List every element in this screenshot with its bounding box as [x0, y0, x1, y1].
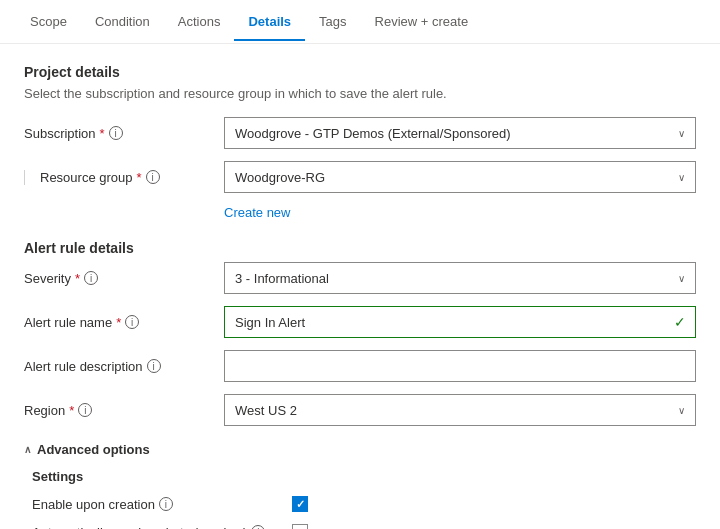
auto-resolve-info-icon[interactable]: i	[251, 525, 265, 529]
severity-chevron-icon: ∨	[678, 273, 685, 284]
create-new-link[interactable]: Create new	[224, 205, 696, 220]
alert-desc-input[interactable]	[224, 350, 696, 382]
settings-subsection: Settings Enable upon creation i Automati…	[24, 469, 696, 529]
alert-name-input[interactable]	[224, 306, 696, 338]
enable-creation-row: Enable upon creation i	[24, 496, 696, 512]
tab-tags[interactable]: Tags	[305, 2, 360, 41]
project-details-title: Project details	[24, 64, 696, 80]
severity-field: 3 - Informational ∨	[224, 262, 696, 294]
tab-review-create[interactable]: Review + create	[361, 2, 483, 41]
enable-creation-checkbox[interactable]	[292, 496, 308, 512]
advanced-toggle-chevron-icon: ∧	[24, 444, 31, 455]
region-chevron-icon: ∨	[678, 405, 685, 416]
auto-resolve-checkbox[interactable]	[292, 524, 308, 529]
tab-condition[interactable]: Condition	[81, 2, 164, 41]
severity-label: Severity * i	[24, 271, 224, 286]
resource-group-chevron-icon: ∨	[678, 172, 685, 183]
project-details-section: Project details Select the subscription …	[24, 64, 696, 220]
alert-desc-label: Alert rule description i	[24, 359, 224, 374]
resource-group-info-icon[interactable]: i	[146, 170, 160, 184]
alert-name-label: Alert rule name * i	[24, 315, 224, 330]
alert-name-required: *	[116, 315, 121, 330]
resource-group-required: *	[137, 170, 142, 185]
settings-title: Settings	[24, 469, 696, 484]
severity-row: Severity * i 3 - Informational ∨	[24, 262, 696, 294]
severity-value: 3 - Informational	[235, 271, 329, 286]
resource-group-field: Woodgrove-RG ∨	[224, 161, 696, 193]
region-row: Region * i West US 2 ∨	[24, 394, 696, 426]
tab-details[interactable]: Details	[234, 2, 305, 41]
alert-name-input-wrapper: ✓	[224, 306, 696, 338]
project-details-desc: Select the subscription and resource gro…	[24, 86, 696, 101]
resource-group-row: Resource group * i Woodgrove-RG ∨	[24, 161, 696, 193]
subscription-chevron-icon: ∨	[678, 128, 685, 139]
enable-creation-label: Enable upon creation i	[32, 497, 292, 512]
region-info-icon[interactable]: i	[78, 403, 92, 417]
severity-dropdown[interactable]: 3 - Informational ∨	[224, 262, 696, 294]
alert-name-row: Alert rule name * i ✓	[24, 306, 696, 338]
subscription-info-icon[interactable]: i	[109, 126, 123, 140]
alert-rule-details-section: Alert rule details Severity * i 3 - Info…	[24, 240, 696, 426]
tab-scope[interactable]: Scope	[16, 2, 81, 41]
navigation-tabs: Scope Condition Actions Details Tags Rev…	[0, 0, 720, 44]
alert-name-info-icon[interactable]: i	[125, 315, 139, 329]
subscription-field: Woodgrove - GTP Demos (External/Sponsore…	[224, 117, 696, 149]
auto-resolve-label: Automatically resolve alerts (preview) i	[32, 525, 292, 530]
alert-desc-row: Alert rule description i	[24, 350, 696, 382]
auto-resolve-row: Automatically resolve alerts (preview) i	[24, 524, 696, 529]
tab-actions[interactable]: Actions	[164, 2, 235, 41]
advanced-options-section: ∧ Advanced options Settings Enable upon …	[24, 442, 696, 529]
region-required: *	[69, 403, 74, 418]
alert-rule-details-title: Alert rule details	[24, 240, 696, 256]
subscription-required: *	[100, 126, 105, 141]
alert-desc-field	[224, 350, 696, 382]
subscription-dropdown[interactable]: Woodgrove - GTP Demos (External/Sponsore…	[224, 117, 696, 149]
subscription-row: Subscription * i Woodgrove - GTP Demos (…	[24, 117, 696, 149]
severity-info-icon[interactable]: i	[84, 271, 98, 285]
region-value: West US 2	[235, 403, 297, 418]
region-label: Region * i	[24, 403, 224, 418]
alert-name-field: ✓	[224, 306, 696, 338]
resource-group-label: Resource group * i	[24, 170, 224, 185]
subscription-label: Subscription * i	[24, 126, 224, 141]
subscription-value: Woodgrove - GTP Demos (External/Sponsore…	[235, 126, 511, 141]
region-dropdown[interactable]: West US 2 ∨	[224, 394, 696, 426]
alert-name-check-icon: ✓	[674, 314, 686, 330]
advanced-options-label: Advanced options	[37, 442, 150, 457]
advanced-options-toggle[interactable]: ∧ Advanced options	[24, 442, 696, 457]
resource-group-value: Woodgrove-RG	[235, 170, 325, 185]
severity-required: *	[75, 271, 80, 286]
alert-desc-info-icon[interactable]: i	[147, 359, 161, 373]
enable-creation-info-icon[interactable]: i	[159, 497, 173, 511]
main-content: Project details Select the subscription …	[0, 44, 720, 529]
region-field: West US 2 ∨	[224, 394, 696, 426]
resource-group-dropdown[interactable]: Woodgrove-RG ∨	[224, 161, 696, 193]
